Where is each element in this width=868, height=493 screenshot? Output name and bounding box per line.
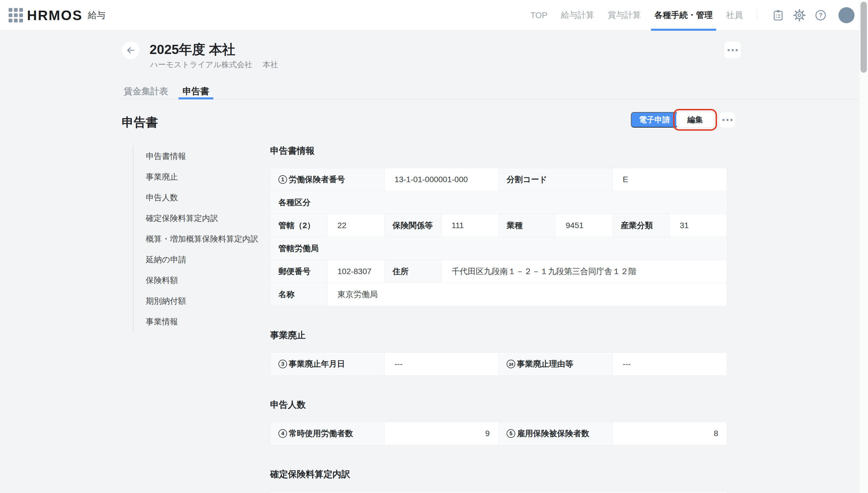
- table-value-cell: 東京労働局: [327, 283, 727, 306]
- scrollbar-thumb[interactable]: [861, 2, 867, 73]
- table-label-cell: 4常時使用労働者数: [270, 422, 385, 445]
- nav-item-社員[interactable]: 社員: [726, 0, 743, 31]
- data-table: 3事業廃止年月日---24事業廃止理由等---: [270, 352, 727, 376]
- section-title: 確定保険料算定内訳: [270, 469, 727, 479]
- table-label-cell: 24事業廃止理由等: [499, 352, 613, 376]
- office-name: 本社: [262, 60, 278, 69]
- sidebar-item-事業情報[interactable]: 事業情報: [146, 318, 258, 326]
- table-label-cell: 郵便番号: [270, 260, 327, 283]
- table-value-cell: 22: [327, 214, 385, 237]
- circled-number: 3: [278, 360, 287, 368]
- table-label-cell: 業種: [499, 214, 556, 237]
- scrollbar-track[interactable]: [859, 0, 868, 493]
- arrow-left-icon: [126, 45, 136, 55]
- section-title: 申告人数: [270, 400, 727, 410]
- section-nav: 申告書情報事業廃止申告人数確定保険料算定内訳概算・増加概算保険料算定内訳延納の申…: [133, 146, 258, 333]
- nav-item-各種手続・管理[interactable]: 各種手続・管理: [655, 0, 713, 31]
- document-heading: 申告書: [122, 114, 158, 130]
- tab-賃金集計表[interactable]: 賃金集計表: [124, 83, 168, 100]
- nav-item-給与計算[interactable]: 給与計算: [561, 0, 594, 31]
- topbar-icons: ?: [772, 9, 827, 22]
- help-icon[interactable]: ?: [814, 9, 827, 22]
- section-title: 申告書情報: [270, 146, 727, 156]
- back-button[interactable]: [122, 41, 139, 59]
- grid-apps-icon[interactable]: [8, 8, 23, 22]
- table-subheader: 各種区分: [270, 191, 727, 214]
- sidebar-item-申告人数[interactable]: 申告人数: [146, 194, 258, 202]
- table-value-cell: E: [613, 168, 727, 191]
- table-value-cell: 9451: [556, 214, 613, 237]
- company-name: ハーモストライアル株式会社: [150, 60, 252, 69]
- toolbar-more-button[interactable]: [719, 112, 735, 128]
- top-nav: TOP給与計算賞与計算各種手続・管理社員: [530, 0, 743, 31]
- product-name: 給与: [88, 9, 106, 21]
- table-value-cell: 9: [385, 422, 499, 445]
- tabs-border: [122, 99, 859, 100]
- table-subheader: 管轄労働局: [270, 237, 727, 260]
- tab-申告書[interactable]: 申告書: [183, 83, 209, 100]
- tabs: 賃金集計表申告書: [124, 83, 209, 100]
- table-label-cell: 管轄（2）: [270, 214, 327, 237]
- svg-text:?: ?: [819, 12, 822, 19]
- table-label-cell: 1労働保険者番号: [270, 168, 385, 191]
- circled-number: 1: [278, 175, 287, 184]
- nav-item-TOP[interactable]: TOP: [530, 0, 547, 31]
- page-title: 2025年度 本社: [150, 41, 235, 59]
- sidebar-item-事業廃止[interactable]: 事業廃止: [146, 173, 258, 181]
- table-label-cell: 保険関係等: [385, 214, 442, 237]
- e-apply-button[interactable]: 電子申請: [631, 112, 678, 128]
- table-subheader: [270, 492, 727, 493]
- sidebar-item-申告書情報[interactable]: 申告書情報: [146, 152, 258, 160]
- page-more-button[interactable]: [724, 41, 741, 59]
- data-table: 1労働保険者番号13-1-01-000001-000分割コードE各種区分管轄（2…: [270, 168, 727, 306]
- page-subtitle: ハーモストライアル株式会社本社: [150, 60, 278, 70]
- hrmos-logo: HRMOS: [27, 7, 83, 23]
- table-label-cell: 分割コード: [499, 168, 613, 191]
- sidebar-item-概算・増加概算保険料算定内訳[interactable]: 概算・増加概算保険料算定内訳: [146, 235, 258, 243]
- circled-number: 5: [507, 429, 515, 438]
- data-table: 4常時使用労働者数95雇用保険被保険者数8: [270, 422, 727, 445]
- avatar[interactable]: [839, 7, 854, 23]
- circled-number: 4: [278, 429, 287, 438]
- sidebar-item-延納の申請[interactable]: 延納の申請: [146, 256, 258, 264]
- data-table: [270, 491, 727, 493]
- main-content: 申告書情報1労働保険者番号13-1-01-000001-000分割コードE各種区…: [270, 146, 727, 493]
- nav-item-賞与計算[interactable]: 賞与計算: [608, 0, 641, 31]
- table-label-cell: 名称: [270, 283, 327, 306]
- table-label-cell: 産業分類: [613, 214, 670, 237]
- table-value-cell: 31: [670, 214, 727, 237]
- sidebar-item-保険料額[interactable]: 保険料額: [146, 276, 258, 284]
- table-label-cell: 5雇用保険被保険者数: [499, 422, 613, 445]
- sidebar-item-期別納付額[interactable]: 期別納付額: [146, 297, 258, 305]
- table-value-cell: ---: [385, 352, 499, 376]
- ellipsis-icon: [723, 119, 725, 121]
- tasks-clipboard-icon[interactable]: [772, 9, 784, 22]
- table-value-cell: 111: [441, 214, 499, 237]
- settings-gear-icon[interactable]: [793, 9, 806, 22]
- table-value-cell: ---: [613, 352, 727, 376]
- topbar: HRMOS 給与 TOP給与計算賞与計算各種手続・管理社員: [0, 0, 868, 31]
- table-value-cell: 102-8307: [327, 260, 385, 283]
- table-label-cell: 住所: [385, 260, 442, 283]
- table-value-cell: 8: [613, 422, 727, 445]
- section-title: 事業廃止: [270, 330, 727, 340]
- ellipsis-icon: [728, 49, 730, 51]
- sidebar-item-確定保険料算定内訳[interactable]: 確定保険料算定内訳: [146, 214, 258, 222]
- table-label-cell: 3事業廃止年月日: [270, 352, 385, 376]
- circled-number: 24: [507, 360, 515, 368]
- table-value-cell: 千代田区九段南１－２－１九段第三合同庁舎１２階: [441, 260, 727, 283]
- table-value-cell: 13-1-01-000001-000: [385, 168, 499, 191]
- edit-button[interactable]: 編集: [676, 112, 714, 128]
- topbar-divider: [757, 9, 757, 21]
